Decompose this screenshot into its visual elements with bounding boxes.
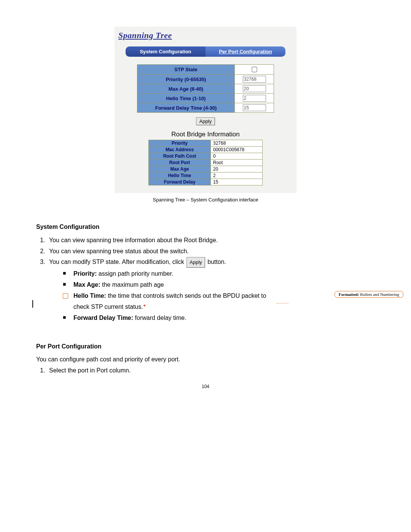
config-table: STP State Priority (0-65535) Max Age (6-… (137, 64, 274, 113)
cfg-label: Forward Delay Time (4-30) (137, 103, 235, 113)
list-item: You can view spanning tree information a… (47, 235, 280, 246)
tab-system-configuration[interactable]: System Configuration (126, 46, 206, 57)
revision-mark (32, 300, 33, 308)
figure-caption: Spanning Tree – System Configuration int… (36, 197, 375, 203)
tab-per-port-configuration[interactable]: Per Port Configuration (206, 46, 285, 57)
priority-input[interactable] (243, 76, 266, 83)
system-config-list: You can view spanning tree information a… (36, 235, 280, 324)
list-item: You can view spanning tree status about … (47, 246, 280, 257)
bullet-list: Priority: assign path priority number. M… (63, 268, 280, 323)
comment-leader-line (276, 303, 288, 304)
list-item: Forward Delay Time: forward delay time. (63, 313, 280, 324)
root-bridge-heading: Root Bridge Information (118, 131, 293, 138)
max-age-input[interactable] (243, 85, 266, 92)
per-port-intro: You can configure path cost and priority… (36, 354, 280, 365)
cfg-label: Hello Time (1-10) (137, 94, 235, 103)
cfg-label: Max Age (6-40) (137, 84, 235, 94)
body-text: System Configuration You can view spanni… (36, 222, 280, 376)
system-configuration-heading: System Configuration (36, 222, 280, 233)
hello-time-input[interactable] (243, 95, 266, 102)
apply-button[interactable]: Apply (196, 117, 215, 125)
inline-apply-button: Apply (186, 257, 205, 267)
cfg-label: STP State (137, 65, 235, 75)
forward-delay-input[interactable] (243, 104, 266, 111)
list-item-tracked-change: Hello Time: the time that controls switc… (63, 291, 280, 313)
list-item: You can modify STP state. After modifica… (47, 257, 280, 323)
per-port-configuration-heading: Per Port Configuration (36, 341, 280, 352)
list-item: Select the port in Port column. (47, 365, 280, 376)
config-screenshot: Spanning Tree System Configuration Per P… (115, 27, 296, 193)
cfg-label: Priority (0-65535) (137, 75, 235, 84)
list-item: Max Age: the maximum path age (63, 280, 280, 291)
stp-state-checkbox[interactable] (252, 67, 257, 72)
tab-row: System Configuration Per Port Configurat… (126, 46, 285, 57)
screenshot-title: Spanning Tree (118, 30, 194, 41)
per-port-list: Select the port in Port column. (36, 365, 280, 376)
root-bridge-table: Priority32768 Mac Address00001C005678 Ro… (148, 140, 263, 185)
list-item: Priority: assign path priority number. (63, 268, 280, 280)
change-anchor-icon: ◂ (143, 303, 145, 307)
comment-balloon: Formatted: Bullets and Numbering (335, 291, 403, 298)
page-number: 104 (36, 384, 375, 389)
